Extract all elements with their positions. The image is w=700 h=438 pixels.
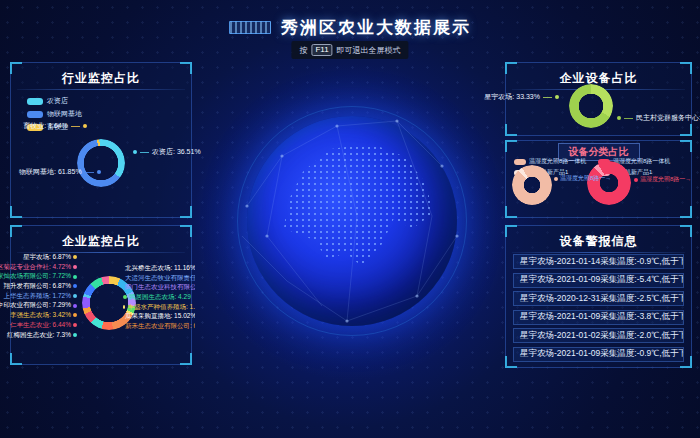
enterprise-panel-title: 企业监控占比 <box>11 226 191 250</box>
legend-item[interactable]: 温湿度光照8路一体机 <box>514 157 586 166</box>
tip-prefix: 按 <box>299 45 307 56</box>
series-dot <box>73 255 77 259</box>
dashboard: 秀洲区农业大数据展示 按 F11 即可退出全屏模式 行业监控占比 农资店物联网基… <box>0 0 700 438</box>
enterprise-callout-label: 丰盛水产种值养殖场: 1. <box>123 304 195 311</box>
globe-visualization <box>247 116 457 326</box>
enterprise-callout-label: 翔升发有限公司: 6.87% <box>3 283 77 290</box>
alarm-row: 星宇农场-2020-12-31采集温度:-2.5℃,低于下限:0℃ <box>513 291 684 306</box>
classification-pointer-left: 温湿度光照8路一→ <box>554 174 611 183</box>
enterprise-callout-label: 陶门生态农业科技有限公 <box>123 284 195 291</box>
enterprise-callout-label: 红梅园生态农业: 7.3% <box>7 332 77 339</box>
tip-suffix: 即可退出全屏模式 <box>337 45 401 56</box>
industry-label-livestock: 畜牧业: 1.64% <box>23 121 87 131</box>
series-dot <box>73 265 77 269</box>
industry-donut-chart[interactable] <box>77 139 125 187</box>
enterprise-callout-label: 鸭居园生态农场: 4.29 <box>123 294 191 301</box>
alarm-row: 星宇农场-2021-01-02采集温度:-2.0℃,低于下限:0℃ <box>513 328 684 343</box>
series-dot <box>73 313 77 317</box>
header: 秀洲区农业大数据展示 <box>0 16 700 39</box>
classification-pointer-right: 温湿度光照8路一→ <box>634 175 691 184</box>
equipment-panel-title: 企业设备占比 <box>506 63 691 87</box>
f11-key-badge: F11 <box>311 44 332 56</box>
series-dot <box>73 284 77 288</box>
series-dot <box>123 305 125 309</box>
series-dot <box>73 304 77 308</box>
divider <box>512 252 685 253</box>
divider <box>17 89 185 90</box>
series-dot <box>73 294 77 298</box>
page-title: 秀洲区农业大数据展示 <box>281 16 471 39</box>
enterprise-labels-left: 星宇农场: 6.87%秀洲区菊花专业合作社: 4.72%家灿农场有限公司: 7.… <box>0 254 77 338</box>
alarm-row: 星宇农场-2021-01-09采集温度:-3.8℃,低于下限:0℃ <box>513 310 684 325</box>
series-dot <box>73 275 77 279</box>
panel-device-classification: 设备分类占比 温湿度光照8路一体机 一体机新产品1 温湿度光照8路一体机 一体机… <box>505 140 692 218</box>
app-logo <box>229 21 271 34</box>
panel-equipment-ratio: 企业设备占比 星宇农场: 33.33% 民主村党群服务中心: <box>505 62 692 136</box>
alarm-row: 星宇农场-2021-01-09采集温度:-5.4℃,低于下限:0℃ <box>513 273 684 288</box>
legend-swatch <box>27 98 43 105</box>
industry-label-iot-base: 物联网基地: 61.85% <box>19 167 101 177</box>
enterprise-callout-label: 星宇农场: 6.87% <box>23 254 77 261</box>
classification-donut-left[interactable] <box>512 165 552 205</box>
legend-item[interactable]: 物联网基地 <box>27 109 82 119</box>
enterprise-callout-label: 仁丰生态农业: 6.44% <box>10 322 77 329</box>
alarm-row: 星宇农场-2021-01-09采集温度:-0.9℃,低于下限:0℃ <box>513 347 684 362</box>
industry-label-agristore: 农资店: 36.51% <box>133 147 201 157</box>
series-dot <box>73 323 77 327</box>
enterprise-callout-label: 上华生态养殖场: 1.72% <box>3 293 77 300</box>
enterprise-callout-label: 新禾生态农业有限公司: 6.87% <box>123 323 195 330</box>
enterprise-callout-label: 瓜果采购直播地: 15.02% <box>123 313 195 320</box>
enterprise-callout-label: 中印农业有限公司: 7.29% <box>0 302 77 309</box>
enterprise-callout-label: 李强生态农场: 3.42% <box>10 312 77 319</box>
fullscreen-tip: 按 F11 即可退出全屏模式 <box>291 41 408 59</box>
alarm-list: 星宇农场-2021-01-14采集温度:-0.9℃,低于下限:0℃星宇农场-20… <box>513 254 684 362</box>
equipment-donut-chart[interactable] <box>569 84 613 128</box>
industry-panel-title: 行业监控占比 <box>11 63 191 87</box>
series-dot <box>123 295 127 299</box>
legend-swatch <box>27 111 43 118</box>
enterprise-callout-label: 北兴桥生态农场: 11.16% <box>123 265 195 272</box>
equipment-label-service-center: 民主村党群服务中心: <box>617 113 700 123</box>
panel-enterprise-monitoring: 企业监控占比 星宇农场: 6.87%秀洲区菊花专业合作社: 4.72%家灿农场有… <box>10 225 192 365</box>
alarm-panel-title: 设备警报信息 <box>506 226 691 250</box>
legend-item[interactable]: 农资店 <box>27 96 82 106</box>
alarm-row: 星宇农场-2021-01-14采集温度:-0.9℃,低于下限:0℃ <box>513 254 684 269</box>
equipment-label-farm: 星宇农场: 33.33% <box>484 92 559 102</box>
enterprise-callout-label: 秀洲区菊花专业合作社: 4.72% <box>0 264 77 271</box>
panel-device-alarms: 设备警报信息 星宇农场-2021-01-14采集温度:-0.9℃,低于下限:0℃… <box>505 225 692 368</box>
enterprise-labels-right: 北兴桥生态农场: 11.16%大运河生态牧业有限责任公陶门生态农业科技有限公鸭居… <box>123 265 195 330</box>
series-dot <box>73 333 77 337</box>
panel-industry-monitoring: 行业监控占比 农资店物联网基地畜牧业 畜牧业: 1.64% 农资店: 36.51… <box>10 62 192 218</box>
enterprise-callout-label: 大运河生态牧业有限责任公 <box>123 275 195 282</box>
enterprise-callout-label: 家灿农场有限公司: 7.72% <box>0 273 77 280</box>
classification-donut-right[interactable] <box>587 161 631 205</box>
